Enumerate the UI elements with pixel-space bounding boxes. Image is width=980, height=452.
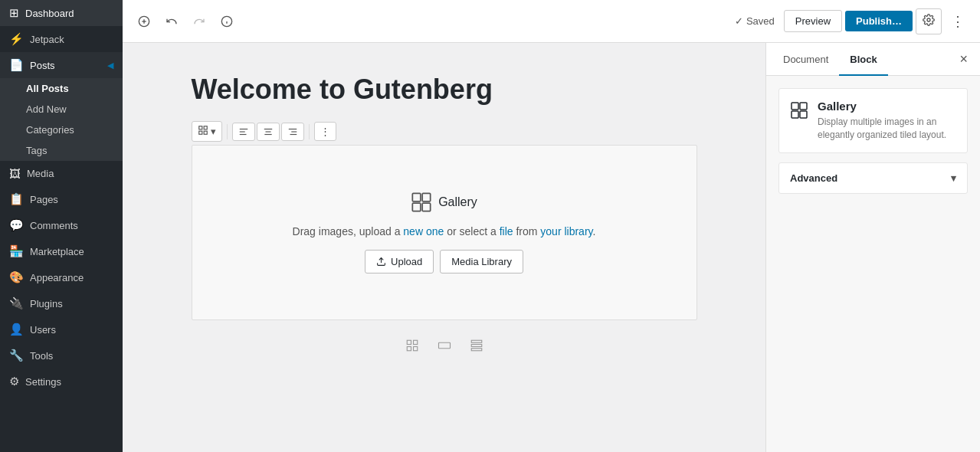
sidebar-subitem-categories[interactable]: Categories: [0, 120, 123, 140]
sidebar-item-pages[interactable]: 📋 Pages: [0, 186, 123, 212]
tools-icon: 🔧: [9, 349, 24, 362]
svg-rect-36: [800, 111, 807, 118]
sidebar-item-users[interactable]: 👤 Users: [0, 316, 123, 342]
gallery-dropdown-arrow: ▾: [211, 126, 216, 137]
sidebar-item-media[interactable]: 🖼 Media: [0, 161, 123, 186]
panel-advanced-section: Advanced ▾: [778, 162, 968, 194]
posts-icon: 📄: [9, 58, 24, 72]
sidebar-item-tools[interactable]: 🔧 Tools: [0, 342, 123, 368]
align-left-button[interactable]: [232, 123, 255, 141]
gallery-actions: Upload Media Library: [365, 250, 523, 273]
comments-icon: 💬: [9, 218, 24, 232]
main-area: ✓ Saved Preview Publish… ⋮ Welcome to Gu…: [123, 0, 980, 452]
sidebar: ⊞ Dashboard ⚡ Jetpack 📄 Posts ◀ All Post…: [0, 0, 123, 452]
gallery-block-icon-row: Gallery: [411, 192, 477, 213]
grid-view-button[interactable]: [402, 336, 422, 359]
preview-button[interactable]: Preview: [784, 10, 842, 32]
svg-rect-23: [422, 203, 431, 211]
align-right-button[interactable]: [281, 123, 304, 141]
svg-rect-27: [413, 347, 417, 351]
panel-block-info: Gallery Display multiple images in an el…: [818, 100, 956, 142]
sidebar-item-label: Plugins: [30, 298, 63, 310]
sidebar-item-appearance[interactable]: 🎨 Appearance: [0, 264, 123, 290]
sidebar-item-marketplace[interactable]: 🏪 Marketplace: [0, 238, 123, 264]
svg-rect-10: [198, 131, 202, 134]
block-more-button[interactable]: ⋮: [314, 122, 336, 141]
svg-rect-22: [412, 203, 421, 211]
panel-gallery-icon: [790, 101, 808, 124]
svg-rect-26: [413, 340, 417, 344]
wide-view-button[interactable]: [434, 336, 454, 359]
svg-rect-35: [792, 111, 798, 118]
media-icon: 🖼: [9, 167, 21, 180]
sidebar-item-posts[interactable]: 📄 Posts ◀: [0, 52, 123, 78]
more-options-button[interactable]: ⋮: [945, 8, 971, 34]
sidebar-subitem-tags[interactable]: Tags: [0, 140, 123, 161]
sidebar-item-plugins[interactable]: 🔌 Plugins: [0, 290, 123, 316]
sidebar-item-label: Users: [30, 324, 56, 336]
gallery-icon: [198, 125, 208, 138]
library-link[interactable]: your library: [540, 225, 592, 237]
sidebar-item-comments[interactable]: 💬 Comments: [0, 212, 123, 238]
svg-rect-25: [407, 340, 411, 344]
posts-arrow-icon: ◀: [107, 61, 113, 70]
sidebar-item-label: Comments: [30, 220, 78, 231]
info-button[interactable]: [215, 11, 239, 32]
list-view-button[interactable]: [467, 336, 487, 359]
svg-rect-31: [471, 345, 482, 347]
sidebar-item-label: Settings: [25, 376, 61, 388]
gallery-drag-text: Drag images, upload a new one or select …: [293, 225, 596, 237]
svg-rect-9: [204, 131, 207, 134]
tab-document[interactable]: Document: [772, 43, 839, 76]
users-icon: 👤: [9, 323, 24, 336]
svg-rect-34: [800, 103, 807, 110]
saved-status: ✓ Saved: [735, 15, 775, 27]
plugins-icon: 🔌: [9, 296, 24, 310]
dashboard-icon: ⊞: [9, 6, 19, 20]
svg-rect-21: [422, 193, 431, 201]
undo-button[interactable]: [159, 11, 184, 32]
align-center-button[interactable]: [257, 123, 280, 141]
sidebar-item-label: Pages: [30, 194, 58, 205]
sidebar-item-label: Dashboard: [25, 8, 74, 19]
sidebar-item-jetpack[interactable]: ⚡ Jetpack: [0, 26, 123, 52]
publish-button[interactable]: Publish…: [845, 11, 913, 31]
panel-block-name: Gallery: [818, 100, 956, 113]
svg-rect-7: [198, 126, 202, 129]
sidebar-subitem-add-new[interactable]: Add New: [0, 99, 123, 120]
tab-block[interactable]: Block: [839, 43, 887, 76]
sidebar-item-label: Appearance: [30, 272, 84, 283]
upload-link[interactable]: new one: [403, 225, 444, 237]
sidebar-item-dashboard[interactable]: ⊞ Dashboard: [0, 0, 123, 26]
advanced-section-header[interactable]: Advanced ▾: [779, 163, 967, 193]
sidebar-item-label: Tools: [30, 350, 53, 362]
appearance-icon: 🎨: [9, 270, 24, 284]
chevron-down-icon: ▾: [951, 172, 956, 184]
settings-gear-button[interactable]: [916, 8, 942, 34]
settings-icon: ⚙: [9, 375, 19, 388]
file-link[interactable]: file: [500, 225, 513, 237]
post-title[interactable]: Welcome to Gutenberg: [192, 74, 697, 106]
redo-button[interactable]: [187, 11, 211, 32]
svg-rect-29: [438, 342, 450, 349]
media-library-button[interactable]: Media Library: [440, 250, 523, 273]
panel-tabs: Document Block ×: [766, 43, 980, 76]
marketplace-icon: 🏪: [9, 244, 24, 258]
sidebar-item-label: Marketplace: [30, 246, 84, 257]
svg-rect-28: [407, 347, 411, 351]
sidebar-item-settings[interactable]: ⚙ Settings: [0, 368, 123, 395]
gallery-type-button[interactable]: ▾: [192, 121, 222, 142]
check-icon: ✓: [735, 15, 743, 27]
panel-block-desc: Display multiple images in an elegantly …: [818, 116, 956, 142]
upload-button[interactable]: Upload: [365, 250, 434, 273]
block-toolbar: ▾ ⋮: [192, 121, 697, 142]
sidebar-subitem-all-posts[interactable]: All Posts: [0, 78, 123, 99]
svg-point-6: [927, 18, 930, 21]
add-block-button[interactable]: [132, 11, 156, 32]
posts-submenu: All Posts Add New Categories Tags: [0, 78, 123, 161]
top-toolbar: ✓ Saved Preview Publish… ⋮: [123, 0, 980, 43]
gallery-label: Gallery: [438, 195, 477, 209]
sidebar-item-label: Jetpack: [30, 34, 64, 45]
right-panel: Document Block × Gallery Display multipl…: [765, 43, 980, 452]
panel-close-button[interactable]: ×: [953, 48, 974, 70]
